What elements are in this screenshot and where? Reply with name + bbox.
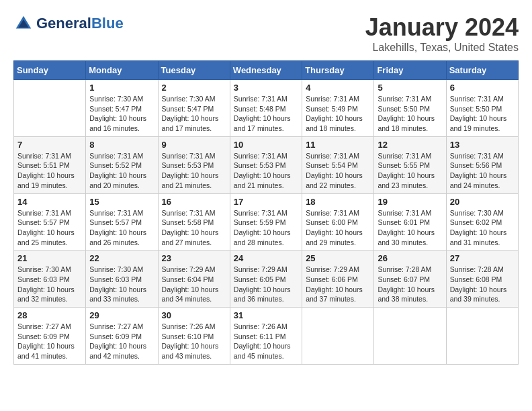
calendar-cell: 2Sunrise: 7:30 AM Sunset: 5:47 PM Daylig…	[158, 80, 230, 137]
calendar-cell: 12Sunrise: 7:31 AM Sunset: 5:55 PM Dayli…	[374, 136, 446, 193]
day-info: Sunrise: 7:28 AM Sunset: 6:08 PM Dayligh…	[450, 265, 515, 304]
day-number: 27	[450, 253, 515, 263]
weekday-header-monday: Monday	[86, 61, 158, 80]
day-number: 29	[89, 310, 154, 320]
weekday-header-sunday: Sunday	[14, 61, 86, 80]
calendar-cell: 5Sunrise: 7:31 AM Sunset: 5:50 PM Daylig…	[374, 80, 446, 137]
calendar-cell	[374, 308, 446, 365]
day-info: Sunrise: 7:31 AM Sunset: 5:55 PM Dayligh…	[378, 151, 442, 191]
day-number: 8	[89, 140, 154, 150]
day-info: Sunrise: 7:31 AM Sunset: 5:59 PM Dayligh…	[234, 208, 298, 248]
weekday-header-thursday: Thursday	[302, 61, 374, 80]
day-number: 13	[450, 140, 515, 150]
day-info: Sunrise: 7:31 AM Sunset: 6:01 PM Dayligh…	[378, 208, 442, 248]
day-number: 21	[17, 253, 82, 263]
day-number: 28	[17, 310, 82, 320]
day-info: Sunrise: 7:29 AM Sunset: 6:05 PM Dayligh…	[234, 265, 298, 304]
calendar-cell: 10Sunrise: 7:31 AM Sunset: 5:53 PM Dayli…	[230, 136, 302, 193]
weekday-header-tuesday: Tuesday	[158, 61, 230, 80]
day-info: Sunrise: 7:31 AM Sunset: 5:56 PM Dayligh…	[450, 151, 515, 191]
calendar-cell: 15Sunrise: 7:31 AM Sunset: 5:57 PM Dayli…	[86, 193, 158, 250]
day-number: 23	[162, 253, 226, 263]
calendar-cell: 6Sunrise: 7:31 AM Sunset: 5:50 PM Daylig…	[446, 80, 518, 137]
day-info: Sunrise: 7:30 AM Sunset: 6:02 PM Dayligh…	[450, 208, 515, 248]
calendar-cell: 30Sunrise: 7:26 AM Sunset: 6:10 PM Dayli…	[158, 308, 230, 365]
title-area: January 2024 Lakehills, Texas, United St…	[365, 13, 519, 54]
calendar-cell: 8Sunrise: 7:31 AM Sunset: 5:52 PM Daylig…	[86, 136, 158, 193]
calendar-cell: 13Sunrise: 7:31 AM Sunset: 5:56 PM Dayli…	[446, 136, 518, 193]
day-info: Sunrise: 7:31 AM Sunset: 5:50 PM Dayligh…	[450, 94, 515, 134]
calendar-table: SundayMondayTuesdayWednesdayThursdayFrid…	[13, 60, 519, 365]
day-info: Sunrise: 7:30 AM Sunset: 5:47 PM Dayligh…	[162, 94, 226, 134]
day-number: 31	[234, 310, 298, 320]
calendar-cell: 7Sunrise: 7:31 AM Sunset: 5:51 PM Daylig…	[14, 136, 86, 193]
day-number: 14	[17, 197, 82, 207]
calendar-cell: 29Sunrise: 7:27 AM Sunset: 6:09 PM Dayli…	[86, 308, 158, 365]
day-info: Sunrise: 7:27 AM Sunset: 6:09 PM Dayligh…	[89, 322, 154, 361]
day-info: Sunrise: 7:26 AM Sunset: 6:10 PM Dayligh…	[162, 322, 226, 361]
calendar-cell: 18Sunrise: 7:31 AM Sunset: 6:00 PM Dayli…	[302, 193, 374, 250]
day-info: Sunrise: 7:31 AM Sunset: 5:54 PM Dayligh…	[306, 151, 370, 191]
header: GeneralBlue January 2024 Lakehills, Texa…	[13, 13, 519, 54]
calendar-cell: 17Sunrise: 7:31 AM Sunset: 5:59 PM Dayli…	[230, 193, 302, 250]
day-info: Sunrise: 7:31 AM Sunset: 6:00 PM Dayligh…	[306, 208, 370, 248]
day-info: Sunrise: 7:30 AM Sunset: 5:47 PM Dayligh…	[89, 94, 154, 134]
day-info: Sunrise: 7:31 AM Sunset: 5:57 PM Dayligh…	[17, 208, 82, 248]
logo-general: General	[36, 15, 91, 32]
day-info: Sunrise: 7:30 AM Sunset: 6:03 PM Dayligh…	[89, 265, 154, 304]
day-info: Sunrise: 7:31 AM Sunset: 5:53 PM Dayligh…	[162, 151, 226, 191]
day-number: 26	[378, 253, 442, 263]
day-number: 22	[89, 253, 154, 263]
day-info: Sunrise: 7:27 AM Sunset: 6:09 PM Dayligh…	[17, 322, 82, 361]
calendar-week-row: 21Sunrise: 7:30 AM Sunset: 6:03 PM Dayli…	[14, 250, 519, 308]
calendar-cell: 24Sunrise: 7:29 AM Sunset: 6:05 PM Dayli…	[230, 250, 302, 308]
day-number: 16	[162, 197, 226, 207]
calendar-week-row: 1Sunrise: 7:30 AM Sunset: 5:47 PM Daylig…	[14, 80, 519, 137]
day-info: Sunrise: 7:29 AM Sunset: 6:04 PM Dayligh…	[162, 265, 226, 304]
day-number: 3	[234, 83, 298, 93]
day-number: 4	[306, 83, 370, 93]
day-number: 20	[450, 197, 515, 207]
calendar-cell: 31Sunrise: 7:26 AM Sunset: 6:11 PM Dayli…	[230, 308, 302, 365]
day-number: 6	[450, 83, 515, 93]
calendar-cell: 20Sunrise: 7:30 AM Sunset: 6:02 PM Dayli…	[446, 193, 518, 250]
day-number: 12	[378, 140, 442, 150]
day-number: 18	[306, 197, 370, 207]
calendar-cell: 9Sunrise: 7:31 AM Sunset: 5:53 PM Daylig…	[158, 136, 230, 193]
calendar-cell: 26Sunrise: 7:28 AM Sunset: 6:07 PM Dayli…	[374, 250, 446, 308]
calendar-cell: 16Sunrise: 7:31 AM Sunset: 5:58 PM Dayli…	[158, 193, 230, 250]
day-number: 7	[17, 140, 82, 150]
day-number: 9	[162, 140, 226, 150]
day-number: 11	[306, 140, 370, 150]
day-info: Sunrise: 7:31 AM Sunset: 5:50 PM Dayligh…	[378, 94, 442, 134]
logo-blue: Blue	[91, 15, 124, 32]
calendar-cell	[14, 80, 86, 137]
day-number: 5	[378, 83, 442, 93]
calendar-cell: 28Sunrise: 7:27 AM Sunset: 6:09 PM Dayli…	[14, 308, 86, 365]
day-info: Sunrise: 7:31 AM Sunset: 5:58 PM Dayligh…	[162, 208, 226, 248]
day-info: Sunrise: 7:31 AM Sunset: 5:57 PM Dayligh…	[89, 208, 154, 248]
calendar-cell	[446, 308, 518, 365]
calendar-cell: 19Sunrise: 7:31 AM Sunset: 6:01 PM Dayli…	[374, 193, 446, 250]
day-number: 17	[234, 197, 298, 207]
day-info: Sunrise: 7:31 AM Sunset: 5:52 PM Dayligh…	[89, 151, 154, 191]
day-info: Sunrise: 7:31 AM Sunset: 5:53 PM Dayligh…	[234, 151, 298, 191]
page-title: January 2024	[365, 13, 519, 42]
calendar-cell: 4Sunrise: 7:31 AM Sunset: 5:49 PM Daylig…	[302, 80, 374, 137]
calendar-cell	[302, 308, 374, 365]
day-number: 10	[234, 140, 298, 150]
day-number: 1	[89, 83, 154, 93]
day-info: Sunrise: 7:26 AM Sunset: 6:11 PM Dayligh…	[234, 322, 298, 361]
day-number: 25	[306, 253, 370, 263]
day-info: Sunrise: 7:28 AM Sunset: 6:07 PM Dayligh…	[378, 265, 442, 304]
calendar-cell: 21Sunrise: 7:30 AM Sunset: 6:03 PM Dayli…	[14, 250, 86, 308]
day-info: Sunrise: 7:31 AM Sunset: 5:48 PM Dayligh…	[234, 94, 298, 134]
day-info: Sunrise: 7:30 AM Sunset: 6:03 PM Dayligh…	[17, 265, 82, 304]
calendar-cell: 27Sunrise: 7:28 AM Sunset: 6:08 PM Dayli…	[446, 250, 518, 308]
weekday-header-friday: Friday	[374, 61, 446, 80]
calendar-cell: 25Sunrise: 7:29 AM Sunset: 6:06 PM Dayli…	[302, 250, 374, 308]
weekday-header-saturday: Saturday	[446, 61, 518, 80]
weekday-header-wednesday: Wednesday	[230, 61, 302, 80]
page-subtitle: Lakehills, Texas, United States	[365, 42, 519, 54]
calendar-cell: 23Sunrise: 7:29 AM Sunset: 6:04 PM Dayli…	[158, 250, 230, 308]
